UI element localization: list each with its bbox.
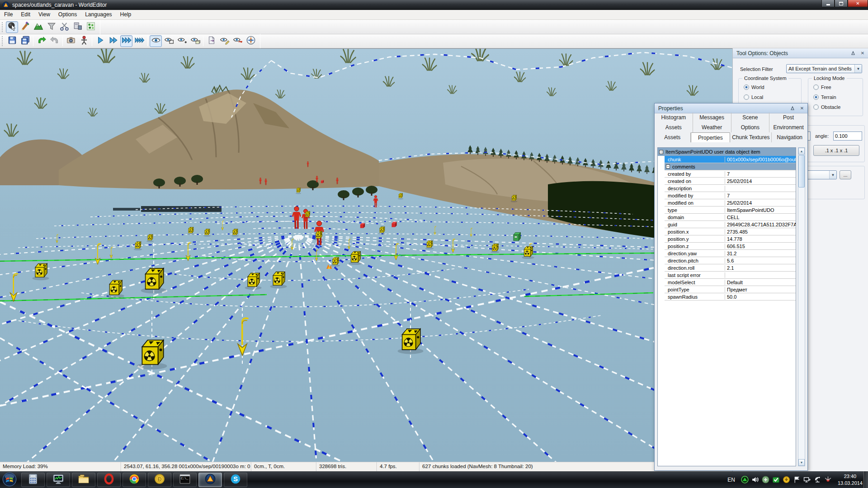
start-button[interactable] bbox=[2, 472, 18, 488]
viewport-3d-scene[interactable] bbox=[0, 48, 732, 462]
row-position-z[interactable]: position.z606.515 bbox=[658, 243, 796, 250]
row-modified-by[interactable]: modified by7 bbox=[658, 192, 796, 199]
toolbar-grip[interactable] bbox=[1, 22, 4, 32]
row-guid[interactable]: guid29649C28.4C71A511.2D32F7A3 bbox=[658, 221, 796, 228]
download-icon[interactable] bbox=[782, 475, 791, 484]
show-objects-button[interactable] bbox=[150, 35, 162, 47]
save-all-button[interactable] bbox=[19, 35, 31, 47]
taskbar-app-task-manager[interactable] bbox=[47, 473, 70, 487]
chevron-down-icon[interactable]: ▼ bbox=[829, 171, 836, 179]
property-value[interactable]: CELL bbox=[725, 215, 796, 220]
row-direction-roll[interactable]: direction.roll2.1 bbox=[658, 264, 796, 272]
row-spawnRadius[interactable]: spawnRadius50.0 bbox=[658, 293, 796, 300]
tab-assets[interactable]: Assets bbox=[655, 132, 691, 142]
property-value[interactable]: 606.515 bbox=[725, 244, 796, 249]
scrollbar-thumb[interactable] bbox=[798, 155, 805, 188]
tool-options-header[interactable]: Tool Options: Objects ✕ bbox=[733, 48, 868, 58]
volume-icon[interactable] bbox=[751, 475, 760, 484]
actor-button[interactable] bbox=[78, 35, 90, 47]
select-tool-button[interactable] bbox=[6, 21, 18, 33]
tab-environment[interactable]: Environment bbox=[769, 122, 807, 132]
show-add-button[interactable] bbox=[176, 35, 188, 47]
scale-preset-button[interactable]: .1 x .1 x .1 bbox=[813, 145, 859, 156]
taskbar-app-coin[interactable]: Đ bbox=[148, 473, 171, 487]
radio-obstacle[interactable]: Obstacle bbox=[813, 104, 840, 110]
tab-options[interactable]: Options bbox=[731, 122, 770, 132]
menu-file[interactable]: File bbox=[0, 10, 17, 19]
play-fastest-button[interactable] bbox=[133, 35, 146, 47]
collapse-icon[interactable]: − bbox=[666, 164, 670, 169]
row-comments[interactable]: −comments bbox=[658, 163, 796, 170]
brush-tool-button[interactable] bbox=[19, 21, 31, 33]
play-slow-button[interactable] bbox=[94, 35, 106, 47]
row-position-x[interactable]: position.x2735.485 bbox=[658, 228, 796, 235]
row-modified-on[interactable]: modified on25/02/2014 bbox=[658, 199, 796, 206]
export-page-button[interactable] bbox=[205, 35, 217, 47]
radio-icon[interactable] bbox=[813, 94, 819, 100]
play-normal-button[interactable] bbox=[107, 35, 119, 47]
row-type[interactable]: typeItemSpawnPointUDO bbox=[658, 206, 796, 214]
play-fast-button[interactable] bbox=[120, 35, 132, 47]
taskbar-app-opera[interactable] bbox=[97, 473, 121, 487]
tab-post[interactable]: Post bbox=[769, 113, 807, 122]
tab-assets[interactable]: Assets bbox=[655, 122, 693, 132]
filter-tool-button[interactable] bbox=[45, 21, 57, 33]
menu-edit[interactable]: Edit bbox=[17, 10, 34, 19]
radio-local[interactable]: Local bbox=[744, 94, 763, 100]
property-value[interactable]: 25/02/2014 bbox=[725, 200, 796, 206]
property-value[interactable]: ItemSpawnPointUDO bbox=[725, 207, 796, 213]
radio-icon[interactable] bbox=[813, 84, 819, 90]
language-indicator[interactable]: EN bbox=[727, 477, 735, 483]
row-description[interactable]: description bbox=[658, 185, 796, 192]
compass-button[interactable] bbox=[245, 35, 257, 47]
flag-icon[interactable] bbox=[793, 475, 801, 484]
property-value[interactable]: 001x000x/sep/001b0006o@outl bbox=[725, 157, 796, 162]
texture-tool-button[interactable] bbox=[71, 21, 84, 33]
property-value[interactable]: 2.1 bbox=[725, 265, 796, 271]
tab-navigation[interactable]: Navigation bbox=[772, 132, 807, 142]
toolbar-grip[interactable] bbox=[1, 36, 4, 46]
undo-button[interactable] bbox=[35, 35, 47, 47]
collapse-icon[interactable]: − bbox=[659, 150, 663, 154]
show-edit-button[interactable] bbox=[218, 35, 231, 47]
satellite-icon[interactable] bbox=[813, 475, 822, 484]
radio-icon[interactable] bbox=[744, 84, 749, 90]
radio-terrain[interactable]: Terrain bbox=[813, 94, 836, 100]
selection-filter-combo[interactable]: All Except Terrain and Shells ▼ bbox=[786, 64, 862, 73]
scroll-up-icon[interactable]: ▲ bbox=[798, 148, 805, 155]
property-value[interactable]: 50.0 bbox=[725, 294, 796, 300]
angle-input[interactable] bbox=[833, 131, 862, 141]
properties-scrollbar[interactable]: ▲ ▼ bbox=[798, 147, 805, 466]
taskbar-app-calculator[interactable] bbox=[21, 473, 45, 487]
maximize-button[interactable] bbox=[835, 0, 848, 7]
row-domain[interactable]: domainCELL bbox=[658, 214, 796, 221]
update-icon[interactable] bbox=[761, 475, 770, 484]
property-value[interactable]: 29649C28.4C71A511.2D32F7A3 bbox=[725, 222, 796, 227]
tab-scene[interactable]: Scene bbox=[731, 113, 770, 122]
property-value[interactable]: 5.6 bbox=[725, 258, 796, 263]
property-value[interactable]: 2735.485 bbox=[725, 229, 796, 235]
row-direction-pitch[interactable]: direction.pitch5.6 bbox=[658, 257, 796, 264]
chevron-down-icon[interactable]: ▼ bbox=[854, 65, 862, 73]
antivirus-icon[interactable] bbox=[772, 475, 780, 484]
menu-languages[interactable]: Languages bbox=[81, 10, 116, 19]
show-frames-button[interactable] bbox=[163, 35, 175, 47]
property-value[interactable]: 31.2 bbox=[725, 251, 796, 256]
vegetation-tool-button[interactable] bbox=[85, 21, 97, 33]
tab-messages[interactable]: Messages bbox=[693, 113, 731, 122]
close-icon[interactable]: ✕ bbox=[798, 105, 806, 112]
minimize-button[interactable] bbox=[821, 0, 835, 7]
radio-free[interactable]: Free bbox=[813, 84, 831, 90]
screenshot-button[interactable] bbox=[65, 35, 77, 47]
window-titlebar[interactable]: spaces/outlands_caravan - WorldEditor ✕ bbox=[0, 0, 868, 10]
row-position-y[interactable]: position.y14.778 bbox=[658, 235, 796, 243]
pin-icon[interactable] bbox=[849, 50, 857, 57]
save-button[interactable] bbox=[6, 35, 18, 47]
menu-options[interactable]: Options bbox=[54, 10, 81, 19]
property-value[interactable]: 25/02/2014 bbox=[725, 178, 796, 184]
taskbar-app-terminal[interactable]: C:\_ bbox=[173, 473, 197, 487]
properties-titlebar[interactable]: Properties ✕ bbox=[655, 103, 807, 113]
taskbar-clock[interactable]: 23:40 13.03.2014 bbox=[838, 473, 863, 487]
show-layers-button[interactable] bbox=[189, 35, 201, 47]
menu-help[interactable]: Help bbox=[116, 10, 136, 19]
